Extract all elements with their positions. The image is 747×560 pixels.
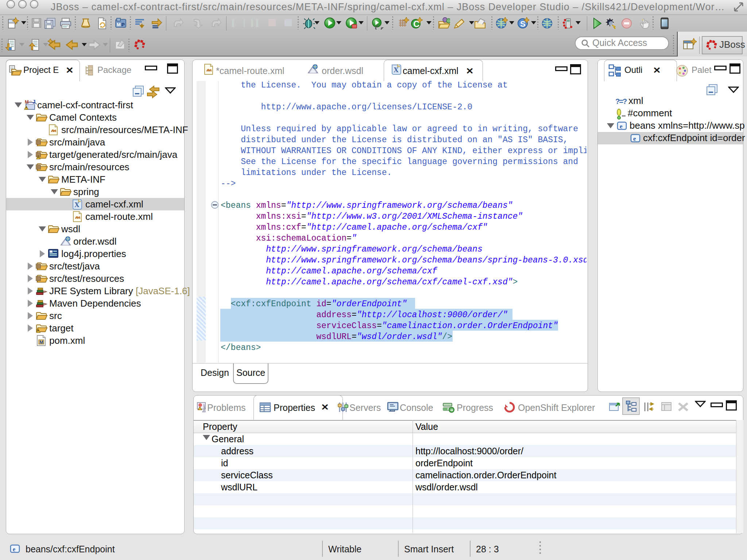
svg-text:e: e <box>620 123 623 130</box>
svg-text:M: M <box>117 22 121 27</box>
svg-text:X: X <box>74 201 80 209</box>
svg-text:M: M <box>25 99 29 105</box>
svg-text:J: J <box>32 99 35 105</box>
svg-text:M: M <box>39 339 43 345</box>
svg-text:X: X <box>394 66 399 74</box>
svg-text:P: P <box>121 22 125 27</box>
svg-text:e: e <box>633 135 636 142</box>
svg-text:e: e <box>13 546 15 552</box>
